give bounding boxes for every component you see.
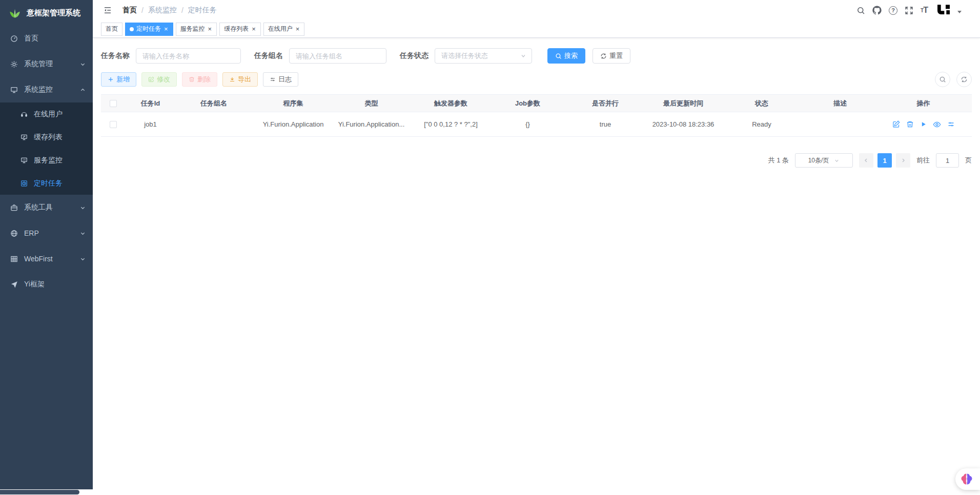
cell-updated: 2023-10-08 18:23:36 [648,112,718,137]
sidebar-item-label: 服务监控 [34,156,86,165]
sidebar-item-service-monitor[interactable]: 服务监控 [0,149,93,172]
logo[interactable]: 意框架管理系统 [0,0,93,26]
tag-label: 在线用户 [268,25,293,33]
close-icon[interactable]: × [164,26,169,32]
close-icon[interactable]: × [295,26,300,32]
sidebar-item-webfirst[interactable]: WebFirst [0,246,93,272]
tasks-table: 任务Id 任务组名 程序集 类型 触发器参数 Job参数 是否并行 最后更新时间… [101,94,972,137]
task-status-select[interactable]: 请选择任务状态 [435,48,532,64]
cell-assembly: Yi.Furion.Application [252,112,334,137]
goto-page-input[interactable] [936,153,959,168]
row-log-button[interactable] [947,120,955,128]
row-run-button[interactable] [920,121,927,128]
edit-button[interactable]: 修改 [141,72,177,87]
chevron-left-icon [863,157,869,163]
breadcrumb-home[interactable]: 首页 [122,6,137,15]
sidebar-item-home[interactable]: 首页 [0,26,93,51]
refresh-table-button[interactable] [956,72,972,87]
chevron-down-icon [80,205,86,211]
task-name-input[interactable] [136,48,241,64]
tag-label: 定时任务 [136,25,161,33]
assistant-fab[interactable] [955,468,980,490]
col-group: 任务组名 [175,95,252,112]
sidebar-item-online-users[interactable]: 在线用户 [0,102,93,126]
search-button[interactable]: 搜索 [547,48,585,64]
task-status-label: 任务状态 [400,51,428,60]
task-group-input[interactable] [289,48,386,64]
avatar[interactable] [935,2,952,19]
page-content: 任务名称 任务组名 任务状态 请选择任务状态 搜索 [93,38,980,175]
row-edit-button[interactable] [892,120,900,128]
cell-description [805,112,875,137]
next-page-button[interactable] [896,153,910,168]
font-size-button[interactable]: TT [921,6,928,15]
reset-button[interactable]: 重置 [593,48,630,64]
sidebar-item-scheduled-tasks[interactable]: 定时任务 [0,172,93,195]
help-icon: ? [889,6,897,15]
download-icon [229,76,235,82]
select-all-checkbox[interactable] [110,100,117,107]
gear-icon [10,60,18,68]
col-status: 状态 [718,95,805,112]
sidebar-item-label: 定时任务 [34,179,86,188]
row-checkbox[interactable] [110,121,117,128]
sidebar-item-cache-list[interactable]: 缓存列表 [0,126,93,149]
sidebar-item-system-management[interactable]: 系统管理 [0,51,93,77]
help-button[interactable]: ? [889,6,897,15]
github-button[interactable] [872,6,882,15]
page-number-1[interactable]: 1 [877,153,892,168]
chevron-right-icon [900,157,906,163]
close-icon[interactable]: × [251,26,256,32]
horizontal-scrollbar[interactable] [0,489,980,495]
export-button[interactable]: 导出 [222,72,258,87]
table-toolbar: 新增 修改 删除 导出 日志 [101,72,972,87]
tag-label: 服务监控 [180,25,205,33]
tag-online-users[interactable]: 在线用户 × [263,23,305,36]
sidebar-item-system-tools[interactable]: 系统工具 [0,195,93,220]
col-job-id: 任务Id [126,95,175,112]
timer-icon [21,180,28,187]
pager: 1 [859,153,910,168]
row-delete-button[interactable] [906,120,914,128]
task-group-label: 任务组名 [254,51,283,60]
cell-group [175,112,252,137]
show-search-button[interactable] [935,72,950,87]
search-icon [939,76,946,83]
delete-button[interactable]: 删除 [182,72,217,87]
sidebar-item-system-monitor[interactable]: 系统监控 [0,77,93,102]
sidebar-item-label: 系统工具 [24,203,74,212]
add-button[interactable]: 新增 [101,72,136,87]
sidebar-submenu-monitor: 在线用户 缓存列表 服务监控 定时任务 [0,102,93,195]
tag-cache-list[interactable]: 缓存列表 × [219,23,261,36]
scrollbar-thumb[interactable] [0,490,79,494]
sidebar-item-yi-framework[interactable]: Yi框架 [0,272,93,297]
main-area: 首页 / 系统监控 / 定时任务 ? T [93,0,980,495]
breadcrumb-system-monitor[interactable]: 系统监控 [148,6,177,15]
tag-scheduled-tasks[interactable]: 定时任务 × [125,23,173,36]
prev-page-button[interactable] [859,153,873,168]
header-search-button[interactable] [856,6,865,15]
grid-icon [10,255,18,263]
pagination: 共 1 条 10条/页 1 前往 页 [101,153,972,168]
tag-service-monitor[interactable]: 服务监控 × [176,23,217,36]
page-size-select[interactable]: 10条/页 [795,153,853,168]
row-view-button[interactable] [933,120,941,129]
plus-icon [108,76,114,82]
chevron-down-icon [834,158,840,163]
close-icon[interactable]: × [208,26,213,32]
col-job-params: Job参数 [493,95,562,112]
log-button[interactable]: 日志 [263,72,298,87]
col-description: 描述 [805,95,875,112]
tag-home[interactable]: 首页 [101,23,122,36]
sidebar-collapse-button[interactable] [101,6,116,15]
chevron-down-icon [80,231,86,236]
table-row[interactable]: job1 Yi.Furion.Application Yi.Furion.App… [101,112,972,137]
user-logo-icon [935,2,952,18]
fullscreen-button[interactable] [905,6,913,15]
breadcrumb-separator: / [181,6,183,14]
briefcase-icon [10,204,18,212]
tag-label: 缓存列表 [224,25,249,33]
sidebar-item-erp[interactable]: ERP [0,220,93,246]
server-monitor-icon [21,157,28,164]
caret-down-icon[interactable] [957,11,962,13]
